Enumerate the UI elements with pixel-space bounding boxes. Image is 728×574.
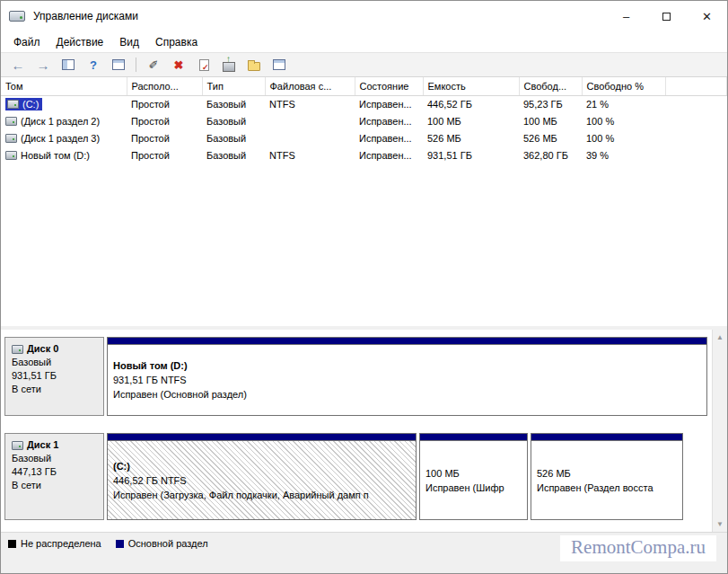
cell-free: 95,23 ГБ xyxy=(519,95,582,112)
partition-title: Новый том (D:) xyxy=(113,358,701,373)
table-row[interactable]: (Диск 1 раздел 2) Простой Базовый Исправ… xyxy=(1,112,727,129)
column-header-free-pct[interactable]: Свободно % xyxy=(582,77,665,95)
disk-0-header[interactable]: Диск 0 Базовый 931,51 ГБ В сети xyxy=(4,337,104,416)
disk-name: Диск 0 xyxy=(27,342,58,356)
back-icon[interactable]: ← xyxy=(10,57,26,73)
scroll-up-icon[interactable]: ▲ xyxy=(713,330,727,345)
column-header-filesystem[interactable]: Файловая с... xyxy=(265,77,355,95)
graphical-view-pane: Диск 0 Базовый 931,51 ГБ В сети Новый то… xyxy=(1,330,727,532)
app-icon xyxy=(9,10,25,22)
tools-icon[interactable]: ✐ xyxy=(145,57,162,73)
legend-label: Не распределена xyxy=(21,538,101,549)
partition-size: 446,52 ГБ NTFS xyxy=(113,473,410,488)
cell-status: Исправен... xyxy=(355,146,423,163)
legend-label: Основной раздел xyxy=(128,538,208,549)
partition-efi[interactable]: 100 МБ Исправен (Шифр xyxy=(419,433,528,520)
partition-size: 931,51 ГБ NTFS xyxy=(113,373,701,387)
primary-partition-bar xyxy=(108,338,706,345)
cell-capacity: 446,52 ГБ xyxy=(423,95,519,112)
disk-icon xyxy=(12,441,23,450)
partition-d[interactable]: Новый том (D:) 931,51 ГБ NTFS Исправен (… xyxy=(107,337,707,416)
cell-type: Базовый xyxy=(202,129,265,146)
column-header-filler xyxy=(665,77,727,95)
toolbar: ← → ? ✐ ✖ xyxy=(1,52,727,77)
partition-status: Исправен (Загрузка, Файл подкачки, Авари… xyxy=(113,488,410,502)
cell-free: 100 МБ xyxy=(519,112,582,129)
cell-filesystem xyxy=(265,112,355,129)
partition-size: 100 МБ xyxy=(425,466,522,481)
delete-icon[interactable]: ✖ xyxy=(171,57,187,73)
disk-size: 931,51 ГБ xyxy=(12,369,97,383)
primary-partition-bar xyxy=(531,434,682,441)
cell-capacity: 526 МБ xyxy=(423,129,519,146)
partition-c[interactable]: (C:) 446,52 ГБ NTFS Исправен (Загрузка, … xyxy=(107,433,417,520)
cell-type: Базовый xyxy=(202,112,265,129)
partition-recovery[interactable]: 526 МБ Исправен (Раздел восста xyxy=(531,433,683,520)
folder-icon[interactable] xyxy=(246,57,262,73)
menu-help[interactable]: Справка xyxy=(147,33,206,51)
cell-free-pct: 100 % xyxy=(582,112,665,129)
panel-icon[interactable] xyxy=(271,57,287,73)
volume-icon xyxy=(5,151,17,160)
partition-status: Исправен (Раздел восста xyxy=(537,481,677,495)
unallocated-swatch-icon xyxy=(8,540,16,548)
disk-size: 447,13 ГБ xyxy=(12,465,97,479)
menu-file[interactable]: Файл xyxy=(5,33,48,51)
cell-type: Базовый xyxy=(202,95,265,112)
partition-status: Исправен (Шифр xyxy=(425,481,522,495)
volume-label: Новый том (D:) xyxy=(21,150,90,161)
table-row[interactable]: Новый том (D:) Простой Базовый NTFS Испр… xyxy=(1,146,727,163)
disk-name: Диск 1 xyxy=(27,438,58,452)
volume-label: (Диск 1 раздел 3) xyxy=(21,133,100,144)
volume-icon xyxy=(5,134,17,143)
disk-management-window: Управление дисками – ✕ Файл Действие Вид… xyxy=(0,0,728,574)
cell-status: Исправен... xyxy=(355,95,423,112)
cell-filesystem: NTFS xyxy=(265,95,355,112)
cell-layout: Простой xyxy=(127,146,202,163)
disk-type: Базовый xyxy=(12,452,97,465)
volume-list-pane: Том Располо... Тип Файловая с... Состоян… xyxy=(1,77,727,326)
primary-partition-bar xyxy=(420,434,527,441)
properties-icon[interactable] xyxy=(196,57,212,73)
cell-status: Исправен... xyxy=(355,112,423,129)
volume-icon xyxy=(7,100,19,109)
disk-0-partitions: Новый том (D:) 931,51 ГБ NTFS Исправен (… xyxy=(107,337,707,416)
console-tree-icon[interactable] xyxy=(60,57,76,73)
maximize-button[interactable] xyxy=(646,1,687,31)
primary-partition-bar xyxy=(108,434,416,441)
disk-icon xyxy=(12,345,23,354)
close-button[interactable]: ✕ xyxy=(687,1,727,31)
menu-bar: Файл Действие Вид Справка xyxy=(1,31,727,52)
disk-row-0: Диск 0 Базовый 931,51 ГБ В сети Новый то… xyxy=(4,337,707,416)
partition-title: (C:) xyxy=(113,459,410,473)
volume-label: (C:) xyxy=(22,99,39,110)
table-row[interactable]: (Диск 1 раздел 3) Простой Базовый Исправ… xyxy=(1,129,727,146)
toolbar-separator xyxy=(136,57,136,72)
disk-1-header[interactable]: Диск 1 Базовый 447,13 ГБ В сети xyxy=(4,433,104,520)
cell-capacity: 100 МБ xyxy=(423,112,519,129)
up-level-icon[interactable] xyxy=(221,57,237,73)
disk-1-partitions: (C:) 446,52 ГБ NTFS Исправен (Загрузка, … xyxy=(107,433,707,520)
table-row[interactable]: (C:) Простой Базовый NTFS Исправен... 44… xyxy=(1,95,727,112)
vertical-scrollbar[interactable]: ▲ ▼ xyxy=(712,330,727,532)
help-icon[interactable]: ? xyxy=(85,57,101,73)
cell-free-pct: 21 % xyxy=(582,95,665,112)
minimize-button[interactable]: – xyxy=(606,1,646,31)
cell-capacity: 931,51 ГБ xyxy=(423,146,519,163)
console-window-icon[interactable] xyxy=(110,57,127,73)
column-header-capacity[interactable]: Емкость xyxy=(423,77,519,95)
column-header-free[interactable]: Свобод... xyxy=(519,77,582,95)
menu-action[interactable]: Действие xyxy=(48,33,112,51)
cell-filesystem xyxy=(265,129,355,146)
scroll-down-icon[interactable]: ▼ xyxy=(713,517,727,532)
watermark: RemontCompa.ru xyxy=(560,535,716,561)
column-header-volume[interactable]: Том xyxy=(1,77,127,95)
disk-status: В сети xyxy=(12,383,97,396)
cell-filesystem: NTFS xyxy=(265,146,355,163)
column-header-layout[interactable]: Располо... xyxy=(127,77,202,95)
menu-view[interactable]: Вид xyxy=(111,33,147,51)
legend-unallocated: Не распределена xyxy=(8,538,101,549)
column-header-type[interactable]: Тип xyxy=(202,77,265,95)
forward-icon[interactable]: → xyxy=(35,57,51,73)
column-header-status[interactable]: Состояние xyxy=(355,77,423,95)
